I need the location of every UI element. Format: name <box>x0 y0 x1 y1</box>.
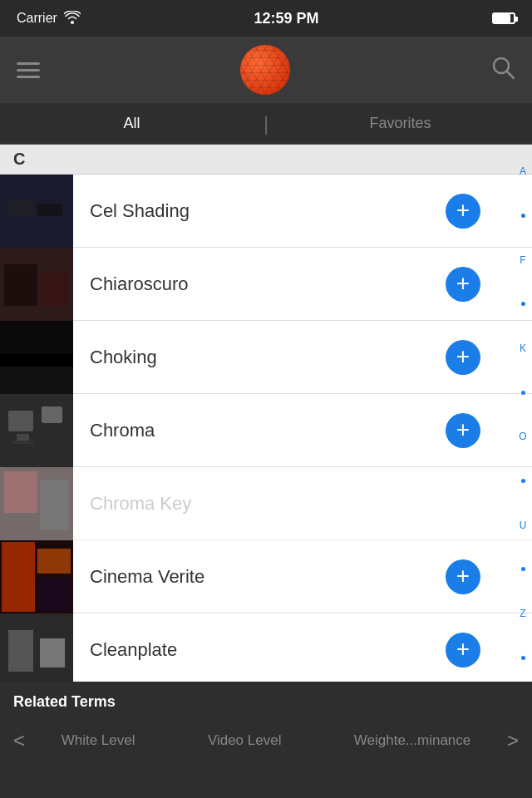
carrier-text: Carrier <box>17 11 57 26</box>
related-term-item[interactable]: Video Level <box>208 732 282 749</box>
svg-rect-6 <box>4 264 37 306</box>
related-items: White LevelVideo LevelWeighte...minance <box>25 732 507 749</box>
plus-icon: + <box>456 345 470 368</box>
status-bar: Carrier 12:59 PM <box>0 0 532 37</box>
alpha-dot <box>521 214 525 218</box>
item-label: Cinema Verite <box>73 566 446 588</box>
app-logo <box>240 45 290 95</box>
item-thumbnail <box>0 248 73 321</box>
alpha-letter[interactable]: Z <box>520 608 525 618</box>
add-button[interactable]: + <box>446 633 480 667</box>
svg-rect-15 <box>42 406 62 423</box>
tab-all[interactable]: All <box>0 105 264 142</box>
list-item[interactable]: Cel Shading+ <box>0 175 532 248</box>
related-term-item[interactable]: Weighte...minance <box>354 732 470 749</box>
item-thumbnail <box>0 394 73 467</box>
svg-rect-4 <box>37 204 62 216</box>
alpha-letter[interactable]: K <box>520 343 526 353</box>
alpha-letter[interactable]: F <box>520 255 525 265</box>
related-prev-arrow[interactable]: < <box>13 729 25 752</box>
alpha-index: AFKOUZ <box>514 145 532 682</box>
alpha-dot <box>521 567 525 571</box>
related-next-arrow[interactable]: > <box>507 729 519 752</box>
list-item[interactable]: Cinema Verite+ <box>0 540 532 613</box>
list-item[interactable]: Chroma Key <box>0 467 532 540</box>
item-label: Cleanplate <box>73 639 446 661</box>
svg-rect-7 <box>40 273 69 306</box>
status-battery <box>492 12 515 24</box>
status-time: 12:59 PM <box>254 10 318 27</box>
alpha-dot <box>521 302 525 306</box>
list-items: Cel Shading+Chiaroscuro+Choking+Chroma+C… <box>0 175 532 682</box>
svg-rect-25 <box>40 638 65 667</box>
svg-rect-20 <box>2 542 35 612</box>
alpha-letter[interactable]: O <box>519 431 526 441</box>
list-item[interactable]: Chroma+ <box>0 394 532 467</box>
plus-icon: + <box>456 418 470 441</box>
svg-line-1 <box>507 71 514 78</box>
alpha-dot <box>521 391 525 395</box>
alpha-dot <box>521 656 525 660</box>
add-button[interactable]: + <box>446 413 480 448</box>
item-thumbnail <box>0 175 73 248</box>
alpha-letter[interactable]: A <box>520 166 526 176</box>
svg-rect-3 <box>8 200 33 216</box>
add-button[interactable]: + <box>446 194 480 229</box>
status-carrier: Carrier <box>17 11 81 27</box>
svg-rect-9 <box>0 321 73 354</box>
svg-rect-10 <box>0 367 73 394</box>
related-terms-nav: < White LevelVideo LevelWeighte...minanc… <box>0 717 532 764</box>
wifi-icon <box>64 11 81 27</box>
item-thumbnail <box>0 321 73 394</box>
plus-icon: + <box>456 638 470 661</box>
item-label: Cel Shading <box>73 200 446 222</box>
svg-rect-18 <box>40 480 69 530</box>
list-item[interactable]: Chiaroscuro+ <box>0 248 532 321</box>
svg-rect-12 <box>8 411 33 431</box>
list-item[interactable]: Cleanplate+ <box>0 613 532 682</box>
item-thumbnail <box>0 467 73 540</box>
search-icon[interactable] <box>490 55 515 86</box>
alpha-dot <box>521 479 525 483</box>
tab-bar: All | Favorites <box>0 103 532 145</box>
svg-rect-17 <box>4 471 37 513</box>
svg-rect-13 <box>17 434 29 441</box>
add-button[interactable]: + <box>446 340 480 375</box>
menu-icon[interactable] <box>17 62 40 78</box>
tab-favorites[interactable]: Favorites <box>268 105 532 142</box>
battery-icon <box>492 12 515 24</box>
related-term-item[interactable]: White Level <box>62 732 135 749</box>
list-item[interactable]: Choking+ <box>0 321 532 394</box>
add-button[interactable]: + <box>446 267 480 302</box>
item-label: Choking <box>73 347 446 368</box>
list-container: C Cel Shading+Chiaroscuro+Choking+Chroma… <box>0 145 532 682</box>
nav-bar <box>0 37 532 103</box>
plus-icon: + <box>456 272 470 295</box>
related-terms-bar: Related Terms < White LevelVideo LevelWe… <box>0 682 532 798</box>
related-terms-label: Related Terms <box>0 682 532 717</box>
item-thumbnail <box>0 540 73 613</box>
svg-rect-21 <box>37 549 71 574</box>
alpha-letter[interactable]: U <box>520 520 527 530</box>
item-label: Chroma <box>73 420 446 441</box>
plus-icon: + <box>456 199 470 222</box>
item-label: Chroma Key <box>73 493 490 515</box>
svg-rect-22 <box>37 578 71 611</box>
svg-rect-24 <box>8 630 33 672</box>
plus-icon: + <box>456 564 470 588</box>
svg-rect-14 <box>12 441 33 444</box>
section-header-c: C <box>0 145 532 175</box>
item-thumbnail <box>0 613 73 682</box>
add-button[interactable]: + <box>446 559 480 594</box>
item-label: Chiaroscuro <box>73 273 446 295</box>
